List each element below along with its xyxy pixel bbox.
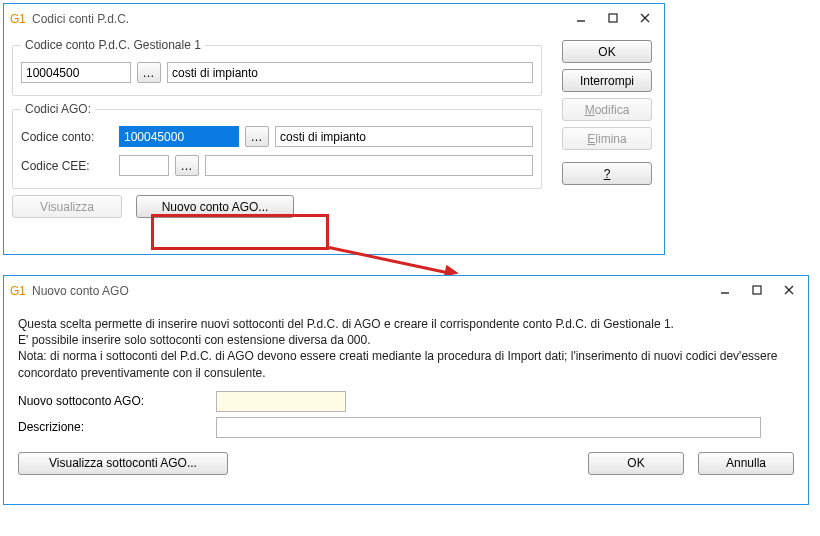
- side-buttons: OK Interrompi Modifica Elimina ?: [562, 40, 652, 185]
- ok-button[interactable]: OK: [588, 452, 684, 475]
- app-logo-icon: G1: [10, 10, 26, 26]
- desc-line-2: E' possibile inserire solo sottoconti co…: [18, 332, 794, 348]
- annulla-label: Annulla: [726, 456, 766, 470]
- visualizza-label: Visualizza: [40, 200, 94, 214]
- window-title: Codici conti P.d.C.: [32, 11, 566, 26]
- ellipsis-icon: …: [181, 159, 194, 173]
- codice-conto-browse-button[interactable]: …: [245, 126, 269, 147]
- ok-button[interactable]: OK: [562, 40, 652, 63]
- app-logo-icon: G1: [10, 282, 26, 298]
- codice-cee-descr-input[interactable]: [205, 155, 533, 176]
- ok-label: OK: [598, 45, 615, 59]
- gest1-descr-input[interactable]: [167, 62, 533, 83]
- nuovo-conto-ago-window: G1 Nuovo conto AGO Questa scelta permett…: [3, 275, 809, 505]
- group-gestionale1-legend: Codice conto P.d.C. Gestionale 1: [21, 38, 205, 52]
- descrizione-label: Descrizione:: [18, 420, 208, 434]
- codice-conto-label: Codice conto:: [21, 130, 113, 144]
- minimize-button[interactable]: [710, 279, 740, 301]
- group-ago: Codici AGO: Codice conto: … Codice CEE: …: [12, 102, 542, 189]
- nuovo-conto-ago-button[interactable]: Nuovo conto AGO...: [136, 195, 294, 218]
- help-button[interactable]: ?: [562, 162, 652, 185]
- nuovo-conto-ago-label: Nuovo conto AGO...: [162, 200, 269, 214]
- svg-rect-3: [609, 14, 617, 22]
- codice-cee-input[interactable]: [119, 155, 169, 176]
- minimize-button[interactable]: [566, 7, 596, 29]
- descrizione-input[interactable]: [216, 417, 761, 438]
- codici-conti-window: G1 Codici conti P.d.C. Codice conto P.d.…: [3, 3, 665, 255]
- svg-text:1: 1: [19, 284, 26, 298]
- modifica-label: Modifica: [585, 103, 630, 117]
- codice-cee-browse-button[interactable]: …: [175, 155, 199, 176]
- ellipsis-icon: …: [143, 66, 156, 80]
- visualizza-sottoconti-label: Visualizza sottoconti AGO...: [49, 456, 197, 470]
- codice-conto-descr-input[interactable]: [275, 126, 533, 147]
- window-controls: [710, 279, 804, 301]
- gest1-code-input[interactable]: [21, 62, 131, 83]
- gest1-code-browse-button[interactable]: …: [137, 62, 161, 83]
- titlebar: G1 Nuovo conto AGO: [4, 276, 808, 304]
- ellipsis-icon: …: [251, 130, 264, 144]
- maximize-button[interactable]: [742, 279, 772, 301]
- svg-text:G: G: [10, 12, 19, 26]
- interrompi-button[interactable]: Interrompi: [562, 69, 652, 92]
- desc-line-3: Nota: di norma i sottoconti del P.d.C. d…: [18, 348, 794, 380]
- svg-text:1: 1: [19, 12, 26, 26]
- nuovo-sottoconto-label: Nuovo sottoconto AGO:: [18, 394, 208, 408]
- group-gestionale1: Codice conto P.d.C. Gestionale 1 …: [12, 38, 542, 96]
- codice-conto-input[interactable]: [119, 126, 239, 147]
- titlebar: G1 Codici conti P.d.C.: [4, 4, 664, 32]
- close-button[interactable]: [774, 279, 804, 301]
- modifica-button[interactable]: Modifica: [562, 98, 652, 121]
- window-controls: [566, 7, 660, 29]
- visualizza-button[interactable]: Visualizza: [12, 195, 122, 218]
- client-area: Questa scelta permette di inserire nuovi…: [4, 304, 808, 485]
- interrompi-label: Interrompi: [580, 74, 634, 88]
- nuovo-sottoconto-input[interactable]: [216, 391, 346, 412]
- elimina-label: Elimina: [587, 132, 626, 146]
- desc-line-1: Questa scelta permette di inserire nuovi…: [18, 316, 794, 332]
- ok-label: OK: [627, 456, 644, 470]
- group-ago-legend: Codici AGO:: [21, 102, 95, 116]
- svg-rect-9: [753, 286, 761, 294]
- elimina-button[interactable]: Elimina: [562, 127, 652, 150]
- annulla-button[interactable]: Annulla: [698, 452, 794, 475]
- svg-text:G: G: [10, 284, 19, 298]
- help-label: ?: [604, 167, 611, 181]
- visualizza-sottoconti-button[interactable]: Visualizza sottoconti AGO...: [18, 452, 228, 475]
- window-title: Nuovo conto AGO: [32, 283, 710, 298]
- codice-cee-label: Codice CEE:: [21, 159, 113, 173]
- maximize-button[interactable]: [598, 7, 628, 29]
- description-text: Questa scelta permette di inserire nuovi…: [18, 316, 794, 381]
- close-button[interactable]: [630, 7, 660, 29]
